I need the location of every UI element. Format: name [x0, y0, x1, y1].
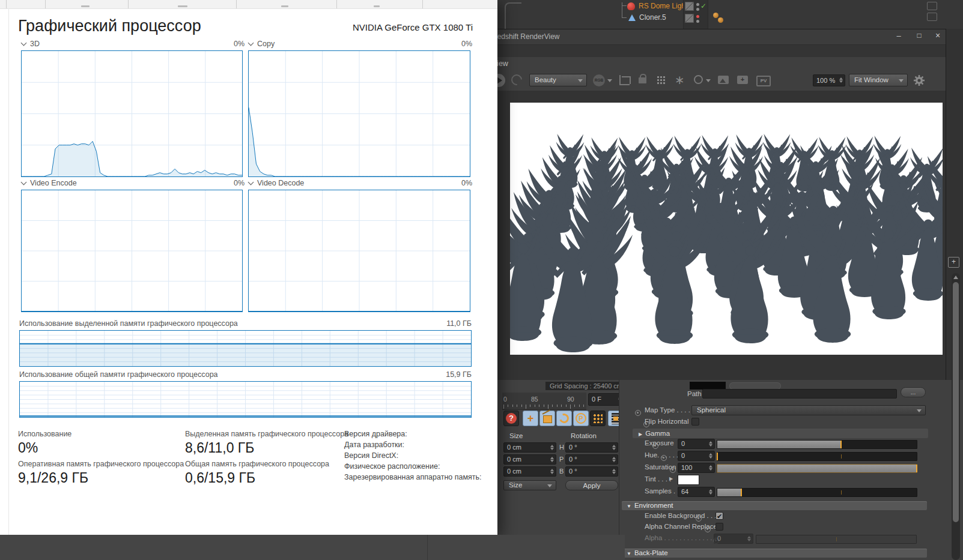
- exposure-field[interactable]: 0: [678, 439, 715, 449]
- stepper-icon[interactable]: [550, 468, 554, 475]
- render-canvas[interactable]: [510, 103, 943, 355]
- stepper-icon[interactable]: [612, 468, 616, 475]
- snapshot-image-icon[interactable]: [718, 76, 729, 84]
- add-snapshot-icon[interactable]: +: [737, 76, 748, 84]
- move-tool-button[interactable]: +: [523, 411, 538, 426]
- chevron-down-icon[interactable]: [607, 79, 612, 82]
- stepper-icon[interactable]: [550, 456, 554, 463]
- samples-slider[interactable]: [717, 488, 917, 497]
- stepper-icon[interactable]: [612, 444, 616, 451]
- renderview-titlebar[interactable]: Redshift RenderView – □ ×: [475, 29, 946, 45]
- stepper-icon[interactable]: [708, 453, 712, 459]
- fit-mode-dropdown[interactable]: Fit Window: [849, 74, 908, 86]
- stepper-icon[interactable]: [708, 441, 712, 447]
- snapshot-snowflake-icon[interactable]: ∗: [675, 73, 685, 87]
- object-manager-strip: RS Dome Light Cloner.5 ✓: [497, 0, 963, 29]
- timeline-ruler[interactable]: 0 85 90: [502, 393, 586, 410]
- stepper-icon[interactable]: [708, 489, 712, 495]
- rot-p-field[interactable]: 0 °: [565, 454, 618, 465]
- frame-value: 0 F: [592, 396, 601, 403]
- chevron-icon[interactable]: [248, 179, 254, 185]
- minimize-button[interactable]: –: [891, 31, 907, 42]
- hue-label: Hue. . . . . .: [645, 451, 678, 459]
- backplate-section-header[interactable]: Back-Plate: [622, 549, 927, 558]
- visibility-dot[interactable]: [696, 20, 699, 23]
- render-pass-dropdown[interactable]: Beauty: [529, 74, 587, 86]
- environment-section-header[interactable]: Environment: [622, 501, 927, 510]
- rot-b-field[interactable]: 0 °: [565, 466, 618, 477]
- chevron-icon[interactable]: [248, 40, 254, 46]
- path-input[interactable]: [702, 389, 897, 399]
- tint-color-swatch[interactable]: [678, 475, 699, 485]
- size-mode-dropdown[interactable]: Size: [503, 480, 556, 490]
- size-x-field[interactable]: 0 cm: [503, 442, 556, 453]
- chevron-down-icon[interactable]: [706, 79, 711, 82]
- expand-arrow-icon[interactable]: ▶: [669, 476, 673, 481]
- hue-slider[interactable]: [717, 452, 917, 461]
- scrollbar-thumb[interactable]: [953, 282, 959, 522]
- add-view-icon[interactable]: +: [948, 257, 959, 268]
- layer-swatch[interactable]: [685, 14, 694, 23]
- close-button[interactable]: ×: [931, 31, 945, 41]
- grid-spacing-value: Grid Spacing : 25400 cm: [550, 382, 625, 390]
- backplate-label: Back-Plate: [634, 549, 668, 556]
- coordinate-system-button[interactable]: P: [573, 411, 589, 426]
- region-circle-icon[interactable]: [694, 75, 703, 84]
- gamma-group-header[interactable]: Gamma: [633, 429, 928, 438]
- stepper-icon[interactable]: [839, 77, 843, 83]
- map-type-dropdown[interactable]: Spherical: [691, 405, 926, 415]
- maximize-button[interactable]: □: [911, 31, 927, 42]
- size-z-field[interactable]: 0 cm: [503, 466, 556, 477]
- help-button[interactable]: ?: [503, 411, 519, 426]
- visibility-dot-red[interactable]: [696, 15, 699, 18]
- material-tag-icon[interactable]: [718, 17, 723, 23]
- scrollbar-track[interactable]: [952, 273, 960, 560]
- chevron-icon[interactable]: [21, 40, 27, 46]
- size-y-field[interactable]: 0 cm: [503, 454, 556, 465]
- object-item-cloner5[interactable]: Cloner.5: [628, 12, 666, 23]
- apply-button[interactable]: Apply: [565, 480, 618, 490]
- exposure-slider[interactable]: [717, 440, 917, 449]
- visibility-dot[interactable]: [696, 8, 699, 11]
- samples-field[interactable]: 64: [678, 487, 715, 497]
- enable-background-checkbox[interactable]: ✔: [715, 512, 723, 520]
- panel-button[interactable]: [927, 13, 937, 21]
- visibility-dot[interactable]: [696, 3, 699, 6]
- rgb-label: RGB: [595, 78, 603, 82]
- scroll-up-icon[interactable]: [953, 275, 958, 279]
- scale-tool-button[interactable]: [539, 411, 555, 426]
- object-item-rs-dome-light[interactable]: RS Dome Light: [627, 1, 687, 11]
- rgb-channels-button[interactable]: RGB: [593, 74, 605, 86]
- hue-field[interactable]: 0: [678, 451, 715, 461]
- saturation-slider[interactable]: [717, 464, 917, 473]
- browse-label: ...: [911, 389, 916, 396]
- crop-icon[interactable]: [619, 75, 630, 85]
- stepper-icon[interactable]: [612, 456, 616, 463]
- render-pass-value: Beauty: [535, 76, 556, 83]
- ruler-tick-label: 85: [531, 396, 538, 403]
- material-tag-icon[interactable]: [713, 13, 718, 18]
- flip-horizontal-checkbox[interactable]: [691, 418, 699, 426]
- rotate-tool-button[interactable]: [556, 411, 572, 426]
- alpha-channel-replace-checkbox[interactable]: [715, 523, 723, 531]
- enabled-check-icon[interactable]: ✓: [700, 2, 706, 10]
- layer-swatch[interactable]: [685, 2, 694, 11]
- anim-dot[interactable]: [635, 410, 641, 416]
- stepper-icon[interactable]: [708, 465, 712, 471]
- grid-icon[interactable]: [657, 76, 666, 85]
- saturation-field[interactable]: 100: [678, 463, 715, 473]
- rot-h-field[interactable]: 0 °: [565, 442, 618, 453]
- axis-lock-button[interactable]: [590, 411, 606, 426]
- gear-icon[interactable]: [913, 74, 926, 87]
- chart-video-encode: [21, 190, 243, 312]
- taskmanager-tabs[interactable]: [0, 0, 497, 9]
- panel-button[interactable]: [927, 2, 937, 10]
- stepper-icon[interactable]: [550, 444, 554, 451]
- lock-icon[interactable]: [639, 77, 646, 83]
- browse-button[interactable]: ...: [901, 387, 926, 397]
- restart-render-icon[interactable]: [509, 72, 524, 87]
- chevron-icon[interactable]: [21, 179, 27, 185]
- chart-3d-header: 3D: [21, 40, 40, 48]
- pv-icon[interactable]: PV: [756, 76, 771, 86]
- zoom-level-field[interactable]: 100 %: [813, 74, 845, 86]
